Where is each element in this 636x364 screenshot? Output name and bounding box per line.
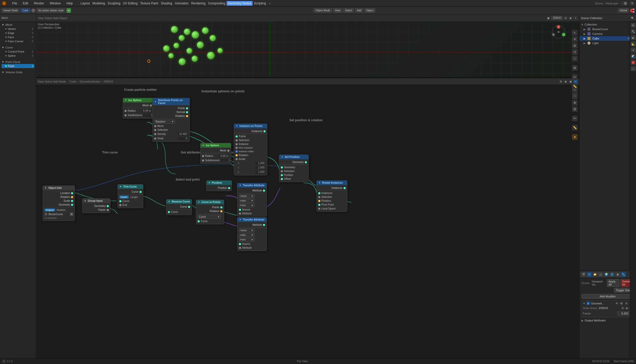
ta1-vector-row[interactable]: Vector ▼ — [237, 194, 267, 198]
viewport-menu-view[interactable]: View — [38, 17, 44, 20]
select-btn[interactable]: Select — [343, 8, 354, 13]
menu-edit[interactable]: Edit — [21, 1, 29, 6]
trim-factor-btn[interactable]: Factor — [119, 196, 129, 199]
rp-icon-1[interactable]: ⚙ — [631, 23, 636, 28]
props-world-icon[interactable]: 🌐 — [609, 272, 615, 277]
select-tool-icon[interactable]: ↖ — [572, 30, 578, 36]
node-menu-add[interactable]: Add — [53, 80, 58, 83]
ta2-vector-row[interactable]: Vector ▼ — [237, 228, 267, 233]
apply-all-btn[interactable]: Apply All — [607, 279, 619, 287]
node-editor-icon-2[interactable]: ◉ — [564, 79, 568, 84]
cube-item[interactable]: ▶ Cube 👁 📷 — [579, 36, 636, 41]
object-clear-btn[interactable]: ✕ — [70, 213, 73, 216]
cursor-tool-icon[interactable]: ✛ — [572, 36, 578, 42]
rp-icon-2[interactable]: 🔧 — [631, 29, 636, 34]
viewport-icon-1[interactable]: ⊞ — [564, 16, 568, 20]
node-side-icon-3[interactable]: ⊕ — [572, 100, 578, 106]
camera-item[interactable]: ▶ Camera 👁 — [579, 31, 636, 36]
modifier-cam-icon[interactable]: 📷 — [620, 302, 623, 305]
props-modifier-icon[interactable]: 🔧 — [621, 272, 626, 277]
node-menu-node[interactable]: Node — [59, 80, 66, 83]
viewport-menu-object[interactable]: Object — [59, 17, 67, 20]
ws-tab-animation[interactable]: Animation — [174, 1, 190, 6]
ws-tab-compositing[interactable]: Compositing — [207, 1, 227, 6]
objinfo-mode-row[interactable]: Original Relative — [43, 208, 75, 212]
distribute-points-node[interactable]: ▼ Distribute Points on Faces Points Norm… — [152, 98, 190, 142]
node-menu-select[interactable]: Select — [45, 80, 53, 83]
viewport-icon-2[interactable]: ◉ — [569, 16, 573, 20]
rotate-tool-icon[interactable]: ↺ — [572, 49, 578, 55]
ws-tab-sculpting[interactable]: Sculpting — [106, 1, 122, 6]
add-workspace-button[interactable]: + — [267, 1, 273, 6]
props-scene-icon[interactable]: 🎬 — [581, 272, 586, 277]
rp-icon-6[interactable]: 🌊 — [631, 54, 636, 59]
add-modifier-btn[interactable]: Add Modifier — [581, 294, 634, 299]
object-selector[interactable]: Cube — [20, 8, 30, 13]
ta2-index-row[interactable]: Index ▼ — [237, 233, 267, 237]
menu-render[interactable]: Render — [33, 1, 45, 6]
rp-icon-5[interactable]: ✦ — [631, 47, 636, 53]
view-btn[interactable]: View — [333, 8, 342, 13]
position-node[interactable]: ▼ Position Position — [206, 180, 232, 191]
ta1-point-row[interactable]: Point ▼ — [237, 203, 267, 208]
viewport-menu-add[interactable]: Add — [53, 17, 58, 20]
original-btn[interactable]: Original — [44, 208, 55, 212]
ico-sphere-node-2[interactable]: ▼ Ico Sphere Mesh Radius 0.05 m — [200, 143, 231, 164]
ta2-point-row[interactable]: Point ▼ — [237, 237, 267, 242]
trim-length-btn[interactable]: Length — [129, 196, 139, 199]
face-item[interactable]: Face 0 — [2, 35, 34, 39]
measure-tool-icon[interactable]: 📏 — [572, 84, 578, 89]
transfer-attribute-1-node[interactable]: ▼ Transfer Attribute Attribute Vector — [237, 183, 267, 217]
filter-icon[interactable]: ▼ — [66, 8, 71, 13]
annotate-tool-icon[interactable]: ✏ — [572, 74, 578, 80]
dist-random-dropdown[interactable]: Random ▼ — [153, 119, 190, 124]
viewport-vis-btn[interactable]: Viewport Vis — [592, 280, 604, 286]
ico-sphere-node-1[interactable]: ▼ Ico Sphere Mesh Radius 0.39 m — [123, 98, 154, 119]
transform-tool-icon[interactable]: ⊞ — [572, 65, 578, 71]
menu-window[interactable]: Window — [48, 1, 62, 6]
ws-tab-scripting[interactable]: Scripting — [253, 1, 267, 6]
viewer-node-btn[interactable]: Viewer Node — [2, 8, 19, 13]
ws-tab-texture[interactable]: Texture Paint — [139, 1, 160, 6]
rp-icon-7[interactable]: 🔴 — [631, 60, 636, 65]
bc-frame[interactable]: 259543 — [104, 80, 113, 83]
add-cube-icon[interactable]: □ — [572, 93, 578, 99]
scale-tool-icon[interactable]: ⤡ — [572, 56, 578, 61]
bc-cube[interactable]: Cube — [69, 80, 76, 83]
ws-tab-uv[interactable]: UV Editing — [122, 1, 139, 6]
rp-icon-8[interactable]: ⬡ — [631, 66, 636, 71]
trim-factor-mode[interactable]: Factor Length — [118, 195, 143, 199]
ws-tab-modeling[interactable]: Modeling — [91, 1, 106, 6]
ws-tab-rendering[interactable]: Rendering — [190, 1, 207, 6]
nav-gizmo[interactable]: X Y -Y — [551, 24, 566, 40]
trim-curve-node[interactable]: ▼ Trim Curve Curve Factor Length — [118, 184, 143, 208]
rotate-instances-node[interactable]: ▼ Rotate Instances Instances Instances — [316, 180, 347, 212]
node-side-icon-6[interactable]: 📏 — [572, 125, 578, 131]
rp-icon-4[interactable]: 📐 — [631, 41, 636, 46]
set-position-node[interactable]: ▼ Set Position Geometry Geometry — [279, 155, 309, 182]
ta1-index-row[interactable]: Index ▼ — [237, 198, 267, 203]
node-editor-icon-1[interactable]: ⊞ — [559, 79, 563, 84]
nodegroup-icon-2[interactable]: ◉ — [625, 306, 629, 310]
vertex-item[interactable]: Vertex 0 — [2, 27, 34, 31]
global-btn[interactable]: Global — [618, 8, 629, 13]
object-btn[interactable]: Object — [364, 8, 375, 13]
edge-item[interactable]: Edge 0 — [2, 31, 34, 35]
reverse-curve-node[interactable]: ▼ Reverse Curve Curve Curve — [166, 199, 192, 215]
ws-tab-geometry-nodes[interactable]: Geometry Nodes — [227, 1, 253, 6]
scene-search-icon[interactable]: 🔍 — [630, 16, 634, 20]
output-attributes-row[interactable]: ▶ Output Attributes — [581, 319, 634, 322]
bc-geom-nodes[interactable]: GeometryNodes — [80, 80, 100, 83]
ws-tab-layout[interactable]: Layout — [79, 1, 91, 6]
point-item[interactable]: Point 0 — [2, 64, 34, 68]
viewport-close-icon[interactable]: ✕ — [573, 16, 578, 20]
node-side-icon-5[interactable]: ✏ — [572, 116, 578, 121]
settings-icon[interactable]: ⚙ — [630, 1, 634, 6]
modifier-eye-icon[interactable]: 👁 — [615, 302, 619, 305]
menu-file[interactable]: File — [11, 1, 18, 6]
c2p-count-dropdown[interactable]: Count ▼ — [196, 214, 224, 219]
curve-to-points-node[interactable]: ▼ Curve to Points Points Rotation — [196, 200, 224, 224]
object-mode-btn[interactable]: Object Mode — [314, 8, 332, 13]
collection-item[interactable]: ▼ Collection 👁 — [579, 22, 636, 27]
move-tool-icon[interactable]: ⊕ — [572, 43, 578, 48]
